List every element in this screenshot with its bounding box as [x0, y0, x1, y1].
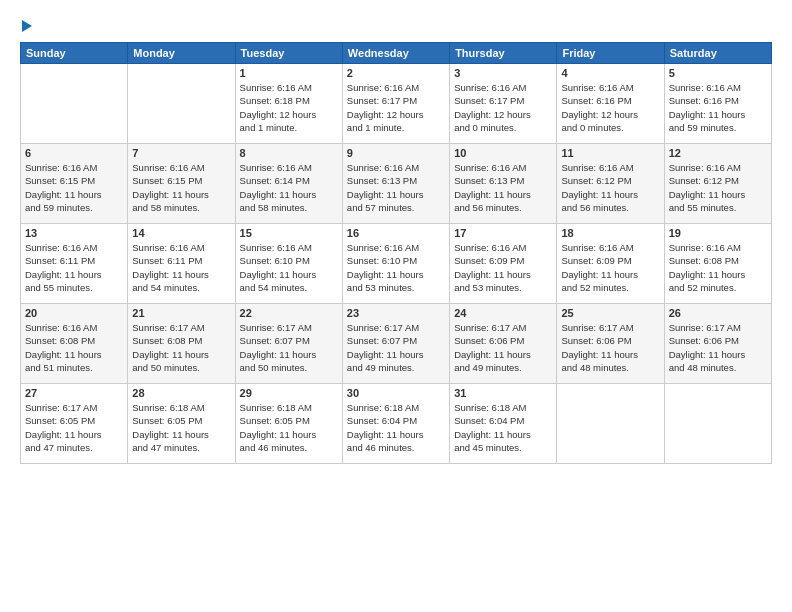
day-number: 19: [669, 227, 767, 239]
day-info: Sunrise: 6:17 AM Sunset: 6:06 PM Dayligh…: [454, 321, 552, 374]
calendar-cell: 20Sunrise: 6:16 AM Sunset: 6:08 PM Dayli…: [21, 304, 128, 384]
calendar-week-row: 20Sunrise: 6:16 AM Sunset: 6:08 PM Dayli…: [21, 304, 772, 384]
day-header-wednesday: Wednesday: [342, 43, 449, 64]
day-info: Sunrise: 6:16 AM Sunset: 6:18 PM Dayligh…: [240, 81, 338, 134]
day-info: Sunrise: 6:16 AM Sunset: 6:17 PM Dayligh…: [347, 81, 445, 134]
day-info: Sunrise: 6:16 AM Sunset: 6:10 PM Dayligh…: [347, 241, 445, 294]
day-info: Sunrise: 6:16 AM Sunset: 6:16 PM Dayligh…: [669, 81, 767, 134]
calendar-cell: 18Sunrise: 6:16 AM Sunset: 6:09 PM Dayli…: [557, 224, 664, 304]
calendar-cell: [128, 64, 235, 144]
day-info: Sunrise: 6:16 AM Sunset: 6:14 PM Dayligh…: [240, 161, 338, 214]
calendar-week-row: 1Sunrise: 6:16 AM Sunset: 6:18 PM Daylig…: [21, 64, 772, 144]
day-info: Sunrise: 6:17 AM Sunset: 6:07 PM Dayligh…: [240, 321, 338, 374]
calendar-cell: [557, 384, 664, 464]
day-header-tuesday: Tuesday: [235, 43, 342, 64]
day-header-friday: Friday: [557, 43, 664, 64]
day-number: 22: [240, 307, 338, 319]
calendar-cell: [664, 384, 771, 464]
day-info: Sunrise: 6:17 AM Sunset: 6:08 PM Dayligh…: [132, 321, 230, 374]
day-info: Sunrise: 6:16 AM Sunset: 6:16 PM Dayligh…: [561, 81, 659, 134]
day-number: 31: [454, 387, 552, 399]
day-info: Sunrise: 6:16 AM Sunset: 6:08 PM Dayligh…: [669, 241, 767, 294]
calendar-cell: 11Sunrise: 6:16 AM Sunset: 6:12 PM Dayli…: [557, 144, 664, 224]
day-number: 2: [347, 67, 445, 79]
calendar-cell: 17Sunrise: 6:16 AM Sunset: 6:09 PM Dayli…: [450, 224, 557, 304]
calendar-cell: 1Sunrise: 6:16 AM Sunset: 6:18 PM Daylig…: [235, 64, 342, 144]
day-number: 13: [25, 227, 123, 239]
calendar-cell: 31Sunrise: 6:18 AM Sunset: 6:04 PM Dayli…: [450, 384, 557, 464]
day-info: Sunrise: 6:16 AM Sunset: 6:17 PM Dayligh…: [454, 81, 552, 134]
day-number: 24: [454, 307, 552, 319]
day-number: 9: [347, 147, 445, 159]
day-number: 28: [132, 387, 230, 399]
calendar-cell: 27Sunrise: 6:17 AM Sunset: 6:05 PM Dayli…: [21, 384, 128, 464]
day-info: Sunrise: 6:18 AM Sunset: 6:05 PM Dayligh…: [240, 401, 338, 454]
calendar-cell: 4Sunrise: 6:16 AM Sunset: 6:16 PM Daylig…: [557, 64, 664, 144]
calendar-table: SundayMondayTuesdayWednesdayThursdayFrid…: [20, 42, 772, 464]
calendar-week-row: 6Sunrise: 6:16 AM Sunset: 6:15 PM Daylig…: [21, 144, 772, 224]
day-info: Sunrise: 6:16 AM Sunset: 6:12 PM Dayligh…: [669, 161, 767, 214]
calendar-cell: 8Sunrise: 6:16 AM Sunset: 6:14 PM Daylig…: [235, 144, 342, 224]
day-number: 10: [454, 147, 552, 159]
day-number: 23: [347, 307, 445, 319]
calendar-cell: [21, 64, 128, 144]
day-header-saturday: Saturday: [664, 43, 771, 64]
day-number: 3: [454, 67, 552, 79]
day-number: 29: [240, 387, 338, 399]
day-number: 11: [561, 147, 659, 159]
calendar-cell: 12Sunrise: 6:16 AM Sunset: 6:12 PM Dayli…: [664, 144, 771, 224]
calendar-cell: 2Sunrise: 6:16 AM Sunset: 6:17 PM Daylig…: [342, 64, 449, 144]
calendar-cell: 19Sunrise: 6:16 AM Sunset: 6:08 PM Dayli…: [664, 224, 771, 304]
calendar-week-row: 27Sunrise: 6:17 AM Sunset: 6:05 PM Dayli…: [21, 384, 772, 464]
day-info: Sunrise: 6:18 AM Sunset: 6:04 PM Dayligh…: [454, 401, 552, 454]
logo-arrow-icon: [22, 20, 32, 32]
day-info: Sunrise: 6:16 AM Sunset: 6:15 PM Dayligh…: [25, 161, 123, 214]
day-info: Sunrise: 6:17 AM Sunset: 6:06 PM Dayligh…: [669, 321, 767, 374]
calendar-cell: 9Sunrise: 6:16 AM Sunset: 6:13 PM Daylig…: [342, 144, 449, 224]
header: [20, 18, 772, 32]
page: SundayMondayTuesdayWednesdayThursdayFrid…: [0, 0, 792, 612]
day-info: Sunrise: 6:17 AM Sunset: 6:05 PM Dayligh…: [25, 401, 123, 454]
day-number: 1: [240, 67, 338, 79]
calendar-cell: 5Sunrise: 6:16 AM Sunset: 6:16 PM Daylig…: [664, 64, 771, 144]
logo: [20, 18, 32, 32]
calendar-cell: 22Sunrise: 6:17 AM Sunset: 6:07 PM Dayli…: [235, 304, 342, 384]
calendar-header-row: SundayMondayTuesdayWednesdayThursdayFrid…: [21, 43, 772, 64]
calendar-cell: 30Sunrise: 6:18 AM Sunset: 6:04 PM Dayli…: [342, 384, 449, 464]
day-info: Sunrise: 6:16 AM Sunset: 6:11 PM Dayligh…: [25, 241, 123, 294]
day-number: 18: [561, 227, 659, 239]
calendar-week-row: 13Sunrise: 6:16 AM Sunset: 6:11 PM Dayli…: [21, 224, 772, 304]
day-info: Sunrise: 6:18 AM Sunset: 6:04 PM Dayligh…: [347, 401, 445, 454]
calendar-cell: 29Sunrise: 6:18 AM Sunset: 6:05 PM Dayli…: [235, 384, 342, 464]
calendar-cell: 15Sunrise: 6:16 AM Sunset: 6:10 PM Dayli…: [235, 224, 342, 304]
day-info: Sunrise: 6:16 AM Sunset: 6:09 PM Dayligh…: [454, 241, 552, 294]
calendar-cell: 16Sunrise: 6:16 AM Sunset: 6:10 PM Dayli…: [342, 224, 449, 304]
day-number: 4: [561, 67, 659, 79]
day-info: Sunrise: 6:16 AM Sunset: 6:11 PM Dayligh…: [132, 241, 230, 294]
day-header-thursday: Thursday: [450, 43, 557, 64]
day-number: 12: [669, 147, 767, 159]
day-info: Sunrise: 6:16 AM Sunset: 6:10 PM Dayligh…: [240, 241, 338, 294]
day-number: 6: [25, 147, 123, 159]
day-number: 20: [25, 307, 123, 319]
day-info: Sunrise: 6:18 AM Sunset: 6:05 PM Dayligh…: [132, 401, 230, 454]
day-number: 26: [669, 307, 767, 319]
calendar-cell: 7Sunrise: 6:16 AM Sunset: 6:15 PM Daylig…: [128, 144, 235, 224]
day-info: Sunrise: 6:16 AM Sunset: 6:13 PM Dayligh…: [454, 161, 552, 214]
calendar-cell: 26Sunrise: 6:17 AM Sunset: 6:06 PM Dayli…: [664, 304, 771, 384]
day-info: Sunrise: 6:17 AM Sunset: 6:07 PM Dayligh…: [347, 321, 445, 374]
day-number: 15: [240, 227, 338, 239]
calendar-cell: 10Sunrise: 6:16 AM Sunset: 6:13 PM Dayli…: [450, 144, 557, 224]
day-info: Sunrise: 6:16 AM Sunset: 6:12 PM Dayligh…: [561, 161, 659, 214]
day-number: 30: [347, 387, 445, 399]
day-info: Sunrise: 6:17 AM Sunset: 6:06 PM Dayligh…: [561, 321, 659, 374]
day-number: 8: [240, 147, 338, 159]
day-number: 7: [132, 147, 230, 159]
calendar-cell: 28Sunrise: 6:18 AM Sunset: 6:05 PM Dayli…: [128, 384, 235, 464]
day-number: 17: [454, 227, 552, 239]
calendar-cell: 24Sunrise: 6:17 AM Sunset: 6:06 PM Dayli…: [450, 304, 557, 384]
day-info: Sunrise: 6:16 AM Sunset: 6:09 PM Dayligh…: [561, 241, 659, 294]
calendar-cell: 14Sunrise: 6:16 AM Sunset: 6:11 PM Dayli…: [128, 224, 235, 304]
calendar-cell: 23Sunrise: 6:17 AM Sunset: 6:07 PM Dayli…: [342, 304, 449, 384]
calendar-cell: 25Sunrise: 6:17 AM Sunset: 6:06 PM Dayli…: [557, 304, 664, 384]
